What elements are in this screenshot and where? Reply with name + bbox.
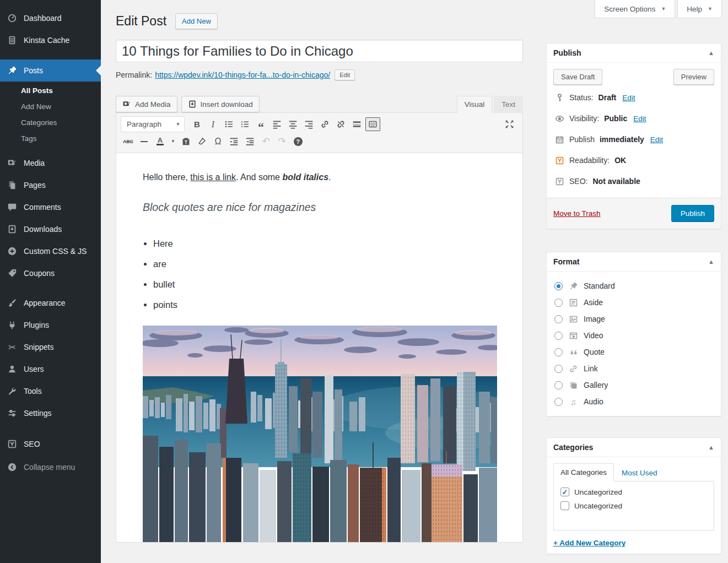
sliders-icon [7,408,18,419]
post-image-chicago-skyline[interactable] [143,326,497,542]
inline-link[interactable]: this is a link [190,172,236,182]
indent-button[interactable] [242,134,257,148]
tab-text[interactable]: Text [494,96,523,113]
sidebar-item-tags[interactable]: Tags [0,131,101,147]
tab-visual[interactable]: Visual [457,96,493,113]
special-character-button[interactable]: Ω [211,134,225,148]
add-new-post-button[interactable]: Add New [175,13,218,29]
redo-button[interactable]: ↷ [274,134,289,148]
radio-aside[interactable] [554,299,563,307]
edit-status-link[interactable]: Edit [622,94,635,102]
outdent-button[interactable] [227,134,241,148]
sidebar-item-posts[interactable]: Posts [0,59,101,82]
scissors-icon: ✂ [7,342,18,353]
sidebar-item-plugins[interactable]: Plugins [0,314,101,336]
bold-button[interactable]: B [190,117,204,131]
radio-quote[interactable] [554,348,563,356]
collapse-toggle-icon[interactable]: ▲ [708,258,714,265]
collapse-toggle-icon[interactable]: ▲ [708,50,714,56]
edit-schedule-link[interactable]: Edit [650,136,663,144]
sidebar-item-collapse-menu[interactable]: Collapse menu [0,456,101,478]
link-icon [568,364,578,373]
sidebar-item-custom-css-js[interactable]: Custom CSS & JS [0,240,101,262]
text-color-caret[interactable]: ▼ [169,134,177,148]
align-left-button[interactable] [269,117,284,131]
checkbox-unchecked[interactable] [560,501,569,510]
categories-box: Categories ▲ All Categories Most Used ✓ … [546,437,721,554]
save-draft-button[interactable]: Save Draft [553,69,602,85]
editor-content-area[interactable]: Hello there, this is a link. And some bo… [116,153,522,542]
preview-button[interactable]: Preview [673,69,714,85]
collapse-toggle-icon[interactable]: ▲ [708,444,714,451]
sidebar-item-add-new[interactable]: Add New [0,99,101,115]
unlink-button[interactable] [333,117,348,131]
format-option-video: Video [553,327,714,344]
text-color-button[interactable]: A [153,134,168,148]
tab-all-categories[interactable]: All Categories [553,463,614,481]
media-icon [7,158,18,169]
screen-options-button[interactable]: Screen Options ▼ [595,0,675,18]
radio-video[interactable] [554,332,563,340]
edit-visibility-link[interactable]: Edit [633,115,646,123]
numbered-list-button[interactable] [238,117,252,131]
move-to-trash-link[interactable]: Move to Trash [553,209,601,218]
media-buttons: Add Media Insert download [116,96,263,112]
radio-standard[interactable] [554,282,563,290]
categories-box-header[interactable]: Categories ▲ [547,438,721,457]
category-list: ✓ Uncategorized Uncategorized [553,481,714,530]
sidebar-item-settings[interactable]: Settings [0,402,101,424]
italic-button[interactable]: I [206,117,220,131]
toolbar-toggle-button[interactable] [365,117,380,131]
tab-most-used[interactable]: Most Used [614,464,665,481]
undo-button[interactable]: ↶ [258,134,273,148]
sidebar-item-seo[interactable]: SEO [0,433,101,455]
paste-as-text-button[interactable] [179,134,193,148]
radio-link[interactable] [554,365,563,373]
horizontal-rule-button[interactable] [137,134,152,148]
align-center-button[interactable] [285,117,300,131]
sidebar-item-kinsta-cache[interactable]: Kinsta Cache [0,29,101,51]
format-box: Format ▲ Standard Aside [546,252,721,416]
checkbox-checked[interactable]: ✓ [560,488,569,496]
bullet-list-button[interactable] [222,117,236,131]
align-right-button[interactable] [301,117,316,131]
sidebar-item-all-posts[interactable]: All Posts [0,83,101,99]
radio-gallery[interactable] [554,381,563,389]
radio-audio[interactable] [554,398,563,406]
help-icon[interactable]: ? [290,134,305,148]
add-new-category-link[interactable]: + Add New Category [553,539,625,547]
publish-box-header[interactable]: Publish ▲ [547,44,721,63]
clear-formatting-button[interactable] [195,134,209,148]
sidebar-item-users[interactable]: Users [0,358,101,380]
help-button[interactable]: Help ▼ [677,0,722,18]
strikethrough-button[interactable]: ABC [121,134,136,148]
link-button[interactable] [317,117,332,131]
yoast-readability-icon [554,155,564,165]
schedule-value: immediately [600,135,644,144]
sidebar-item-pages[interactable]: Pages [0,174,101,196]
insert-download-button[interactable]: Insert download [181,96,260,112]
sidebar-item-snippets[interactable]: ✂ Snippets [0,336,101,358]
sidebar-item-coupons[interactable]: Coupons [0,262,101,284]
paragraph-select[interactable]: Paragraph ▼ [121,116,185,132]
fullscreen-icon[interactable] [502,117,517,131]
post-title-input[interactable] [116,40,523,62]
sidebar-item-comments[interactable]: Comments [0,196,101,218]
permalink-edit-button[interactable]: Edit [335,69,355,80]
sidebar-item-media[interactable]: Media [0,152,101,174]
publish-button[interactable]: Publish [671,205,714,222]
sidebar-item-tools[interactable]: Tools [0,380,101,402]
classic-editor: Paragraph ▼ B I “ [116,112,523,543]
add-media-button[interactable]: Add Media [116,96,177,112]
radio-image[interactable] [554,315,563,323]
editor-mode-tabs: Visual Text [457,96,523,112]
permalink-url[interactable]: https://wpdev.ink/10-things-for-fa...to-… [155,71,330,79]
format-box-header[interactable]: Format ▲ [547,252,721,272]
read-more-tag-button[interactable] [349,117,364,131]
sidebar-item-appearance[interactable]: Appearance [0,292,101,314]
sidebar-item-categories[interactable]: Categories [0,115,101,131]
blockquote-button[interactable]: “ [254,117,268,131]
sidebar-item-downloads[interactable]: Downloads [0,218,101,240]
sidebar-item-dashboard[interactable]: Dashboard [0,7,101,29]
format-option-link: Link [553,360,714,377]
